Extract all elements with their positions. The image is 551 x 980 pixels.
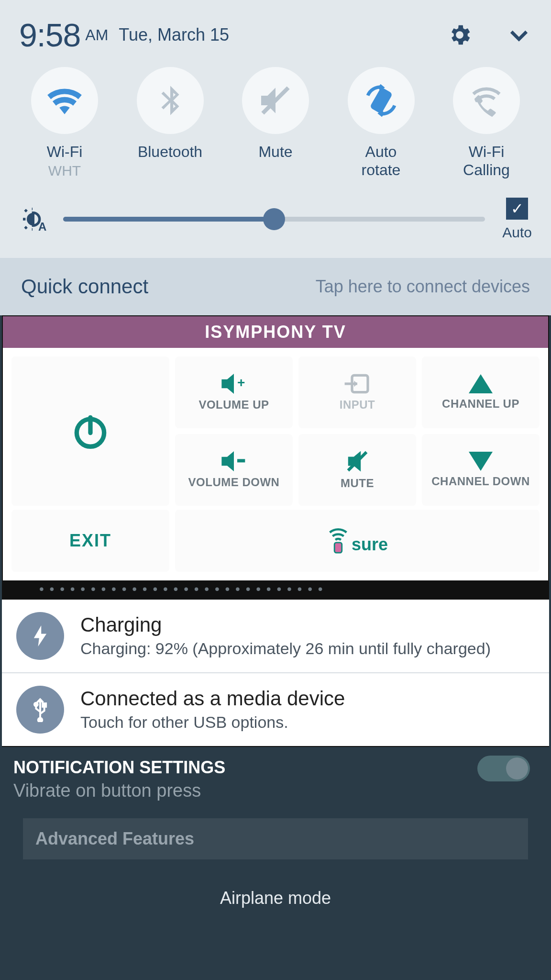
tv-volume-up-button[interactable]: + VOLUME UP [175, 356, 293, 428]
clock-time: 9:58 [19, 16, 80, 54]
input-icon [344, 373, 371, 394]
advanced-features-label: Advanced Features [35, 829, 194, 848]
qs-sublabel: WHT [48, 163, 81, 179]
expand-chevron-icon[interactable] [506, 22, 532, 48]
qs-wifi-calling[interactable]: Wi-Fi Calling [441, 67, 532, 179]
bg-subtitle: Vibrate on button press [13, 780, 538, 801]
quick-connect-row[interactable]: Quick connect Tap here to connect device… [0, 258, 551, 315]
qs-mute[interactable]: Mute [230, 67, 321, 179]
svg-point-15 [34, 702, 38, 706]
triangle-up-icon [467, 374, 494, 393]
tv-exit-label: EXIT [69, 531, 111, 551]
clock-ampm: AM [85, 26, 108, 44]
quick-settings-row: Wi-Fi WHT Bluetooth Mute Auto rotate W [0, 62, 551, 184]
quick-connect-hint: Tap here to connect devices [316, 277, 530, 297]
qs-auto-rotate[interactable]: Auto rotate [336, 67, 427, 179]
settings-gear-icon[interactable] [447, 22, 506, 48]
notification-text: Touch for other USB options. [80, 713, 535, 732]
volume-up-icon: + [220, 373, 247, 394]
tv-channel-down-button[interactable]: CHANNEL DOWN [422, 434, 540, 506]
svg-point-14 [38, 718, 43, 722]
airplane-mode-label: Airplane mode [13, 888, 538, 908]
tv-button-label: INPUT [340, 398, 375, 412]
wifi-calling-icon [467, 81, 506, 120]
qs-label: Mute [258, 143, 292, 161]
brightness-slider[interactable] [63, 217, 485, 222]
bg-heading: NOTIFICATION SETTINGS [13, 757, 538, 778]
mute-icon [256, 81, 295, 120]
tv-button-label: CHANNEL UP [442, 397, 519, 411]
power-icon [70, 411, 111, 452]
qs-label: Bluetooth [138, 143, 202, 161]
tv-mute-button[interactable]: MUTE [298, 434, 416, 506]
notification-title: Connected as a media device [80, 687, 535, 710]
triangle-down-icon [467, 452, 494, 471]
volume-down-icon [220, 451, 247, 472]
notification-charging[interactable]: Charging Charging: 92% (Approximately 26… [2, 599, 549, 672]
tv-app-logo-button[interactable]: sure [175, 510, 540, 572]
tv-power-button[interactable] [11, 356, 169, 506]
truncated-background-text: • • • • • • • • • • • • • • • • • • • • … [2, 580, 549, 599]
quick-connect-title: Quick connect [21, 275, 148, 298]
notification-usb[interactable]: Connected as a media device Touch for ot… [2, 672, 549, 747]
tv-button-label: VOLUME DOWN [188, 476, 280, 489]
tv-button-label: VOLUME UP [198, 398, 269, 412]
lightning-icon [16, 612, 64, 660]
tv-button-label: MUTE [341, 477, 374, 490]
tv-button-label: CHANNEL DOWN [431, 475, 530, 488]
qs-label: Wi-Fi Calling [463, 143, 510, 179]
qs-bluetooth[interactable]: Bluetooth [125, 67, 216, 179]
svg-text:A: A [38, 220, 46, 233]
auto-rotate-icon [361, 80, 401, 121]
usb-icon [16, 686, 64, 734]
auto-brightness-icon: A [19, 204, 50, 234]
tv-input-button[interactable]: INPUT [298, 356, 416, 428]
brightness-row: A ✓ Auto [0, 184, 551, 258]
svg-rect-10 [237, 459, 245, 462]
notification-text: Charging: 92% (Approximately 26 min unti… [80, 639, 535, 658]
tv-channel-up-button[interactable]: CHANNEL UP [422, 356, 540, 428]
notification-title: Charging [80, 613, 535, 636]
svg-text:+: + [237, 375, 246, 390]
tv-volume-down-button[interactable]: VOLUME DOWN [175, 434, 293, 506]
background-settings-layer: Vibrate NOTIFICATION SETTINGS Vibrate on… [0, 748, 551, 896]
advanced-features-row[interactable]: Advanced Features [23, 818, 528, 859]
slider-thumb[interactable] [263, 208, 285, 230]
status-bar: 9:58 AM Tue, March 15 [0, 0, 551, 62]
vibrate-toggle[interactable] [477, 756, 530, 781]
bluetooth-icon [153, 83, 188, 118]
qs-wifi[interactable]: Wi-Fi WHT [19, 67, 110, 179]
svg-rect-12 [334, 543, 342, 553]
sure-logo-icon: sure [327, 527, 388, 555]
speaker-mute-icon [346, 450, 369, 473]
qs-label: Auto rotate [362, 143, 401, 179]
svg-rect-16 [43, 703, 46, 707]
tv-exit-button[interactable]: EXIT [11, 510, 169, 572]
wifi-icon [44, 80, 85, 121]
clock-date: Tue, March 15 [119, 25, 229, 45]
tv-remote-card: ISYMPHONY TV + VOLUME UP INPUT CHANNEL U… [2, 315, 549, 580]
qs-label: Wi-Fi [47, 143, 83, 161]
tv-card-header: ISYMPHONY TV [3, 316, 548, 348]
auto-brightness-checkbox[interactable]: ✓ [506, 198, 528, 220]
auto-brightness-label: Auto [502, 224, 532, 241]
